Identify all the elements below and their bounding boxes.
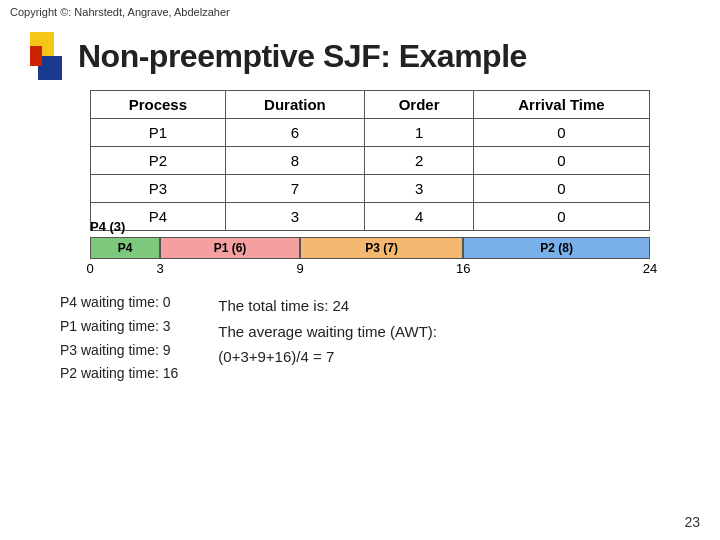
gantt-bar: P1 (6) — [160, 237, 300, 259]
table-cell: 3 — [365, 175, 474, 203]
table-header: Process — [91, 91, 226, 119]
table-cell: P1 — [91, 119, 226, 147]
table-cell: 0 — [473, 175, 649, 203]
gantt-tick: 3 — [156, 261, 163, 276]
gantt-bar: P3 (7) — [300, 237, 463, 259]
table-header-row: ProcessDurationOrderArrival Time — [91, 91, 650, 119]
gantt-bar: P2 (8) — [463, 237, 650, 259]
table-cell: P3 — [91, 175, 226, 203]
table-cell: 3 — [225, 203, 365, 231]
gantt-area: P4 (3) P4P1 (6)P3 (7)P2 (8) 0391624 — [90, 237, 650, 273]
total-info-line: The total time is: 24 — [218, 293, 437, 319]
table-row: P3730 — [91, 175, 650, 203]
gantt-tick: 9 — [296, 261, 303, 276]
table-cell: 0 — [473, 203, 649, 231]
table-header: Duration — [225, 91, 365, 119]
gantt-labels: 0391624 — [90, 261, 650, 279]
table-cell: 2 — [365, 147, 474, 175]
deco-red — [30, 46, 42, 66]
waiting-time-line: P3 waiting time: 9 — [60, 339, 178, 363]
main-content: ProcessDurationOrderArrival Time P1610P2… — [0, 90, 720, 386]
table-cell: P2 — [91, 147, 226, 175]
table-row: P1610 — [91, 119, 650, 147]
table-cell: 0 — [473, 119, 649, 147]
waiting-time-line: P4 waiting time: 0 — [60, 291, 178, 315]
page-title: Non-preemptive SJF: Example — [78, 38, 527, 75]
table-row: P4340 — [91, 203, 650, 231]
table-row: P2820 — [91, 147, 650, 175]
waiting-times: P4 waiting time: 0P1 waiting time: 3P3 w… — [60, 291, 178, 386]
table-cell: 7 — [225, 175, 365, 203]
table-cell: 1 — [365, 119, 474, 147]
total-info-line: (0+3+9+16)/4 = 7 — [218, 344, 437, 370]
total-info-line: The average waiting time (AWT): — [218, 319, 437, 345]
table-cell: 4 — [365, 203, 474, 231]
table-cell: 8 — [225, 147, 365, 175]
title-decoration — [30, 32, 66, 80]
gantt-tick: 16 — [456, 261, 470, 276]
bottom-area: P4 waiting time: 0P1 waiting time: 3P3 w… — [60, 291, 690, 386]
page-number: 23 — [684, 514, 700, 530]
title-area: Non-preemptive SJF: Example — [0, 24, 720, 90]
waiting-time-line: P2 waiting time: 16 — [60, 362, 178, 386]
gantt-tick: 0 — [86, 261, 93, 276]
table-header: Arrival Time — [473, 91, 649, 119]
gantt-bar: P4 — [90, 237, 160, 259]
copyright-text: Copyright ©: Nahrstedt, Angrave, Abdelza… — [0, 0, 720, 24]
table-cell: 0 — [473, 147, 649, 175]
gantt-tick: 24 — [643, 261, 657, 276]
process-table: ProcessDurationOrderArrival Time P1610P2… — [90, 90, 650, 231]
p4-label: P4 (3) — [90, 219, 125, 234]
gantt-bar-container: P4P1 (6)P3 (7)P2 (8) — [90, 237, 650, 259]
table-header: Order — [365, 91, 474, 119]
waiting-time-line: P1 waiting time: 3 — [60, 315, 178, 339]
table-cell: 6 — [225, 119, 365, 147]
total-info: The total time is: 24The average waiting… — [218, 291, 437, 370]
